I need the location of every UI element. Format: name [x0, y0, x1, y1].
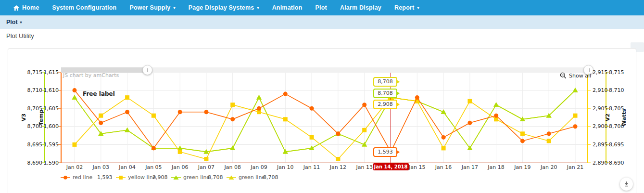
date-label: Jan 07 — [193, 164, 219, 170]
top-navbar: HomeSystem ConfigurationPower Supply▾Pag… — [0, 0, 644, 15]
legend-label: yellow line — [128, 174, 152, 180]
nav-item-plot[interactable]: Plot — [316, 4, 327, 11]
date-label: Jan 12 — [325, 164, 351, 170]
legend-marker-square — [116, 175, 126, 180]
nav-item-label: Plot — [316, 4, 327, 11]
axis-tick-label-temp: 1,590 — [36, 160, 59, 166]
date-label: Jan 05 — [140, 164, 166, 170]
value-balloon: 8,708 — [373, 89, 397, 98]
nav-item-label: Report — [394, 4, 414, 11]
nav-item-alarm-display[interactable]: Alarm Display — [340, 4, 381, 11]
date-label: Jan 09 — [246, 164, 272, 170]
axis-tick-label-temp: 1,600 — [36, 123, 59, 129]
legend-item-red-line[interactable]: red line1,593 — [61, 174, 116, 180]
legend-item-green-line[interactable]: green line8,708 — [171, 174, 227, 180]
zoom-out-icon — [560, 72, 567, 79]
chart-legend: red line1,593yellow line2,908green line8… — [61, 174, 282, 180]
nav-item-label: Power Supply — [129, 4, 170, 11]
axis-tick-label-watts: 8,700 — [609, 123, 632, 129]
nav-item-label: Animation — [272, 4, 303, 11]
legend-value: 2,908 — [152, 174, 171, 180]
axis-tick-label-temp: 1,595 — [36, 142, 59, 148]
axis-tick-label-watts: 8,715 — [609, 69, 632, 76]
scrollbar-left-grip[interactable] — [142, 65, 152, 75]
nav-item-page-display-systems[interactable]: Page Display Systems▾ — [189, 4, 259, 11]
download-icon — [623, 181, 630, 187]
balloon-pointer — [397, 91, 400, 95]
download-button[interactable] — [620, 178, 633, 191]
axis-tick-label-watts: 8,690 — [609, 160, 632, 166]
legend-label: green line — [239, 174, 263, 180]
value-balloon: 2,908 — [373, 100, 397, 109]
show-all-button[interactable]: Show all — [560, 72, 591, 79]
legend-value: 1,593 — [97, 174, 116, 180]
subnav-item-label: Plot — [6, 19, 18, 26]
nav-item-animation[interactable]: Animation — [272, 4, 303, 11]
date-label: Jan 19 — [509, 164, 535, 170]
legend-marker-triangle — [171, 175, 181, 180]
legend-item-yellow-line[interactable]: yellow line2,908 — [116, 174, 171, 180]
nav-item-label: System Configuration — [52, 4, 117, 11]
value-balloon: 8,708 — [373, 77, 397, 87]
chevron-down-icon: ▾ — [173, 6, 175, 10]
date-label: Jan 10 — [272, 164, 298, 170]
free-label: Free label — [83, 90, 115, 97]
date-label: Jan 02 — [62, 164, 88, 170]
legend-item-green-line[interactable]: green line8,708 — [227, 174, 282, 180]
date-label: Jan 03 — [88, 164, 114, 170]
date-label: Jan 13 — [352, 164, 378, 170]
nav-item-label: Alarm Display — [340, 4, 381, 11]
nav-item-home[interactable]: Home — [13, 4, 39, 11]
nav-item-system-configuration[interactable]: System Configuration — [52, 4, 117, 11]
date-label: Jan 11 — [299, 164, 325, 170]
amcharts-watermark: JS chart by amCharts — [63, 72, 119, 78]
axis-tick-label-temp: 1,615 — [36, 69, 59, 76]
date-label: Jan 04 — [114, 164, 140, 170]
chevron-down-icon: ▾ — [257, 6, 259, 10]
nav-item-report[interactable]: Report▾ — [394, 4, 419, 11]
axis-tick-label-watts: 8,705 — [609, 105, 632, 112]
cursor-date-balloon: Jan 14, 2018 — [373, 163, 409, 170]
chevron-down-icon: ▾ — [20, 21, 22, 25]
date-label: Jan 16 — [430, 164, 456, 170]
axis-tick-label-temp: 1,610 — [36, 87, 59, 93]
date-label: Jan 18 — [483, 164, 509, 170]
date-label: Jan 17 — [457, 164, 483, 170]
nav-item-power-supply[interactable]: Power Supply▾ — [129, 4, 175, 11]
home-icon — [13, 5, 19, 11]
date-label: Jan 20 — [536, 164, 562, 170]
secondary-navbar: Plot ▾ — [0, 15, 644, 29]
legend-marker-circle — [61, 175, 70, 180]
legend-value: 8,708 — [263, 174, 282, 180]
nav-item-label: Home — [22, 4, 39, 11]
axis-tick-label-temp: 1,605 — [36, 105, 59, 112]
legend-value: 8,708 — [208, 174, 227, 180]
axis-tick-label-watts: 8,695 — [609, 142, 632, 148]
legend-label: red line — [73, 174, 97, 180]
nav-item-label: Page Display Systems — [189, 4, 254, 11]
page-title: Plot Utility — [6, 32, 34, 39]
date-label: Jan 21 — [562, 164, 588, 170]
balloon-pointer — [397, 150, 400, 154]
legend-label: green line — [183, 174, 208, 180]
date-label: Jan 06 — [167, 164, 193, 170]
value-balloon: 1,593 — [373, 147, 397, 157]
chevron-down-icon: ▾ — [417, 6, 419, 10]
axis-tick-label-watts: 8,710 — [609, 87, 632, 93]
balloon-pointer — [397, 103, 400, 106]
date-label: Jan 08 — [220, 164, 246, 170]
show-all-label: Show all — [569, 73, 591, 79]
subnav-item-plot[interactable]: Plot ▾ — [6, 19, 22, 26]
date-label: Jan 15 — [404, 164, 430, 170]
balloon-pointer — [397, 80, 400, 84]
legend-marker-triangle — [227, 175, 236, 180]
